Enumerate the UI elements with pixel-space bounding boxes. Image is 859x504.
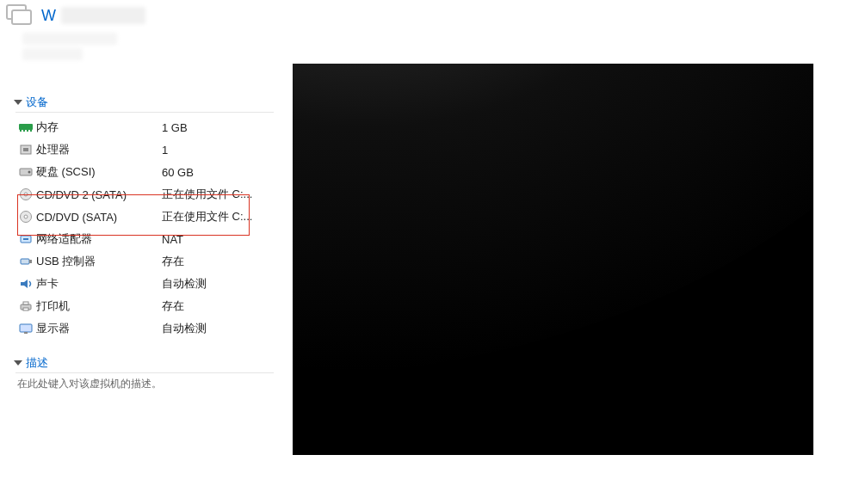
device-value: 存在 <box>162 298 274 314</box>
svg-rect-3 <box>20 130 22 132</box>
printer-icon <box>19 300 36 312</box>
description-placeholder[interactable]: 在此处键入对该虚拟机的描述。 <box>15 377 274 391</box>
svg-rect-23 <box>20 324 32 332</box>
svg-rect-21 <box>23 302 28 304</box>
svg-rect-5 <box>27 130 28 132</box>
svg-rect-24 <box>24 332 28 334</box>
sound-icon <box>19 278 36 290</box>
device-label: USB 控制器 <box>36 254 162 269</box>
display-icon <box>19 323 36 335</box>
device-label: 打印机 <box>36 298 162 314</box>
device-row-printer[interactable]: 打印机 存在 <box>15 295 274 317</box>
devices-header-label: 设备 <box>26 95 48 110</box>
svg-rect-17 <box>21 259 29 264</box>
device-row-memory[interactable]: 内存 1 GB <box>15 116 274 138</box>
svg-point-12 <box>24 193 28 196</box>
svg-point-10 <box>28 171 31 174</box>
device-value: 正在使用文件 C:... <box>162 187 274 202</box>
device-row-harddisk[interactable]: 硬盘 (SCSI) 60 GB <box>15 161 274 183</box>
svg-marker-19 <box>21 280 28 288</box>
description-section-header[interactable]: 描述 <box>15 355 274 373</box>
vm-screen-preview[interactable] <box>293 64 813 455</box>
device-value: 60 GB <box>162 166 274 179</box>
vm-title-blurred <box>61 7 145 24</box>
device-label: 硬盘 (SCSI) <box>36 164 162 180</box>
device-row-display[interactable]: 显示器 自动检测 <box>15 317 274 340</box>
device-value: 1 <box>162 144 274 157</box>
device-row-network[interactable]: 网络适配器 NAT <box>15 228 274 250</box>
svg-rect-2 <box>19 124 33 130</box>
device-row-sound[interactable]: 声卡 自动检测 <box>15 273 274 295</box>
svg-rect-18 <box>29 260 32 263</box>
devices-section-header[interactable]: 设备 <box>15 95 274 113</box>
device-value: 自动检测 <box>162 321 274 336</box>
device-row-cddvd2[interactable]: CD/DVD 2 (SATA) 正在使用文件 C:... <box>15 183 274 206</box>
vm-stack-icon <box>5 3 36 28</box>
disc-icon <box>19 210 36 224</box>
device-value: 自动检测 <box>162 276 274 292</box>
device-label: 内存 <box>36 120 162 135</box>
device-label: CD/DVD (SATA) <box>36 211 162 224</box>
device-label: 显示器 <box>36 321 162 336</box>
device-value: 存在 <box>162 254 274 269</box>
harddisk-icon <box>19 167 36 177</box>
memory-icon <box>19 122 36 132</box>
left-panel: 设备 内存 1 GB 处理器 1 硬盘 (SCS <box>15 60 274 455</box>
description-header-label: 描述 <box>26 355 48 371</box>
disc-icon <box>19 187 36 201</box>
device-row-usb[interactable]: USB 控制器 存在 <box>15 250 274 273</box>
svg-rect-4 <box>23 130 25 132</box>
device-row-cddvd[interactable]: CD/DVD (SATA) 正在使用文件 C:... <box>15 206 274 228</box>
device-row-cpu[interactable]: 处理器 1 <box>15 138 274 161</box>
network-icon <box>19 233 36 245</box>
svg-rect-1 <box>12 10 31 24</box>
usb-icon <box>19 255 36 267</box>
chevron-down-icon <box>14 360 22 366</box>
svg-rect-22 <box>23 308 28 310</box>
vm-title-letter: W <box>41 7 56 25</box>
device-label: 网络适配器 <box>36 231 162 247</box>
chevron-down-icon <box>14 100 22 105</box>
device-value: 正在使用文件 C:... <box>162 209 274 224</box>
header-blur-1 <box>22 33 117 45</box>
svg-rect-16 <box>23 238 28 240</box>
main-area: 设备 内存 1 GB 处理器 1 硬盘 (SCS <box>0 60 859 455</box>
device-list: 内存 1 GB 处理器 1 硬盘 (SCSI) 60 GB <box>15 116 274 340</box>
cpu-icon <box>19 144 36 156</box>
vm-header: W <box>0 0 859 60</box>
device-label: 处理器 <box>36 142 162 157</box>
header-blur-2 <box>22 48 83 60</box>
svg-rect-6 <box>30 130 32 132</box>
vm-title-row: W <box>5 3 854 28</box>
device-label: CD/DVD 2 (SATA) <box>36 188 162 201</box>
device-value: NAT <box>162 233 274 246</box>
device-label: 声卡 <box>36 276 162 292</box>
svg-rect-8 <box>23 148 28 151</box>
device-value: 1 GB <box>162 121 274 134</box>
svg-point-14 <box>24 215 28 218</box>
